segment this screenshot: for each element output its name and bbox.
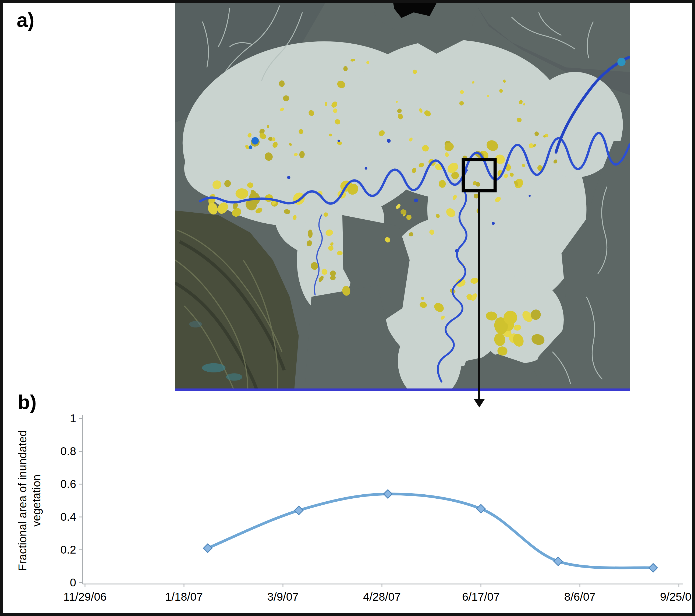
data-point-marker xyxy=(649,564,657,572)
y-tick-label: 0 xyxy=(70,576,76,589)
x-tick-label: 9/25/07 xyxy=(660,590,695,603)
x-tick-label: 3/9/07 xyxy=(267,590,299,603)
series-line xyxy=(208,494,653,568)
x-tick-label: 8/6/07 xyxy=(564,590,596,603)
data-point-marker xyxy=(384,490,392,498)
y-axis-title-line2: vegetation xyxy=(30,475,43,527)
y-tick-label: 0.6 xyxy=(61,478,76,490)
data-point-marker xyxy=(203,544,212,552)
data-point-marker xyxy=(554,557,562,566)
x-tick-label: 1/18/07 xyxy=(165,590,203,603)
inundation-time-series-chart: 00.20.40.60.8111/29/061/18/073/9/074/28/… xyxy=(3,3,695,616)
y-tick-label: 1 xyxy=(70,412,76,424)
x-tick-label: 11/29/06 xyxy=(64,590,106,603)
figure-container: a) xyxy=(0,0,695,616)
x-tick-label: 4/28/07 xyxy=(363,590,401,603)
y-axis-title-line1: Fractional area of inundated xyxy=(16,430,29,571)
y-tick-label: 0.2 xyxy=(61,543,76,556)
data-point-marker xyxy=(477,504,485,513)
x-tick-label: 6/17/07 xyxy=(462,590,500,603)
data-point-marker xyxy=(294,506,303,515)
y-tick-label: 0.8 xyxy=(61,445,76,457)
y-tick-label: 0.4 xyxy=(61,511,76,523)
